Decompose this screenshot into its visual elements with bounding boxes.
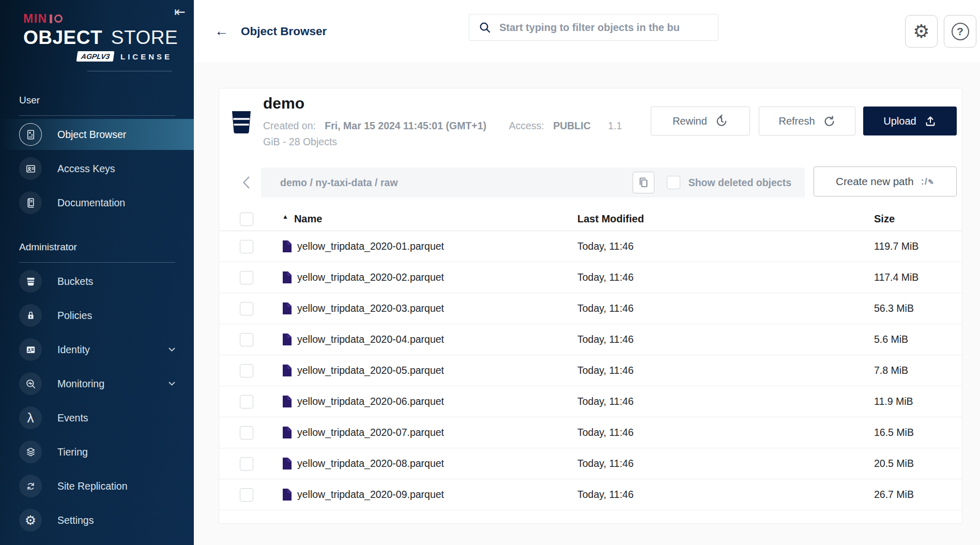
object-size: 11.9 MiB bbox=[874, 396, 962, 407]
create-new-path-button[interactable]: Create new path :/✎ bbox=[814, 166, 957, 196]
page-title: Object Browser bbox=[241, 25, 327, 38]
row-checkbox[interactable] bbox=[240, 488, 253, 502]
identity-icon bbox=[19, 338, 42, 361]
column-header-last-modified[interactable]: Last Modified bbox=[577, 213, 874, 225]
sidebar-item-label: Identity bbox=[57, 344, 90, 356]
sidebar-item-site-replication[interactable]: Site Replication bbox=[0, 471, 194, 502]
copy-path-button[interactable] bbox=[633, 172, 654, 193]
back-arrow-icon[interactable]: ← bbox=[215, 24, 228, 38]
select-all-checkbox[interactable] bbox=[240, 213, 253, 226]
sidebar-item-label: Object Browser bbox=[57, 129, 126, 141]
object-name[interactable]: yellow_tripdata_2020-02.parquet bbox=[297, 271, 444, 283]
row-checkbox[interactable] bbox=[240, 271, 253, 284]
object-size: 117.4 MiB bbox=[874, 271, 962, 283]
table-row[interactable]: yellow_tripdata_2020-04.parquetToday, 11… bbox=[219, 324, 962, 355]
column-header-size[interactable]: Size bbox=[874, 213, 962, 225]
object-name[interactable]: yellow_tripdata_2020-04.parquet bbox=[297, 334, 444, 345]
access-value: PUBLIC bbox=[553, 120, 591, 131]
object-list: yellow_tripdata_2020-01.parquetToday, 11… bbox=[219, 231, 962, 510]
settings-icon: ⚙ bbox=[19, 509, 42, 532]
object-size: 16.5 MiB bbox=[874, 427, 962, 438]
row-checkbox[interactable] bbox=[240, 240, 253, 253]
object-name[interactable]: yellow_tripdata_2020-09.parquet bbox=[297, 489, 444, 501]
sort-asc-icon: ▲ bbox=[282, 213, 288, 220]
row-checkbox[interactable] bbox=[240, 457, 253, 471]
row-checkbox[interactable] bbox=[240, 395, 253, 408]
minio-brand: MIN bbox=[23, 12, 172, 25]
logo-divider bbox=[87, 71, 172, 71]
sidebar-collapse-icon[interactable]: ⇤ bbox=[174, 4, 186, 20]
site-replication-icon bbox=[19, 475, 42, 497]
table-header: ▲ Name Last Modified Size bbox=[219, 207, 962, 231]
filter-objects-input[interactable] bbox=[498, 21, 711, 34]
object-name[interactable]: yellow_tripdata_2020-03.parquet bbox=[297, 302, 444, 314]
column-header-name[interactable]: ▲ Name bbox=[282, 213, 577, 225]
parquet-file-icon bbox=[282, 302, 292, 315]
parquet-file-icon bbox=[282, 240, 292, 253]
row-checkbox[interactable] bbox=[240, 302, 253, 315]
refresh-button[interactable]: Refresh bbox=[759, 107, 855, 135]
object-name[interactable]: yellow_tripdata_2020-07.parquet bbox=[297, 427, 444, 438]
row-checkbox[interactable] bbox=[240, 426, 253, 440]
rewind-button[interactable]: Rewind bbox=[651, 107, 750, 135]
object-last-modified: Today, 11:46 bbox=[577, 427, 874, 438]
section-divider bbox=[19, 115, 175, 116]
sidebar-item-monitoring[interactable]: Monitoring bbox=[0, 368, 194, 399]
object-last-modified: Today, 11:46 bbox=[577, 396, 874, 407]
sidebar-item-label: Policies bbox=[57, 310, 92, 322]
object-name[interactable]: yellow_tripdata_2020-08.parquet bbox=[297, 458, 444, 470]
gear-icon: ⚙ bbox=[913, 22, 929, 41]
chevron-down-icon[interactable] bbox=[169, 347, 175, 352]
brand-i-bar bbox=[50, 14, 52, 23]
table-row[interactable]: yellow_tripdata_2020-03.parquetToday, 11… bbox=[219, 293, 962, 324]
sidebar-item-object-browser[interactable]: Object Browser bbox=[0, 119, 194, 150]
bucket-icon bbox=[232, 111, 251, 136]
rewind-icon bbox=[715, 114, 728, 128]
brand-min-text: MIN bbox=[23, 12, 48, 26]
sidebar-item-label: Events bbox=[57, 412, 88, 424]
sidebar-item-buckets[interactable]: Buckets bbox=[0, 266, 194, 297]
sidebar-item-access-keys[interactable]: Access Keys bbox=[0, 153, 194, 184]
sidebar-item-tiering[interactable]: Tiering bbox=[0, 436, 194, 467]
refresh-icon bbox=[823, 115, 836, 128]
object-name[interactable]: yellow_tripdata_2020-06.parquet bbox=[297, 396, 444, 407]
sidebar-item-documentation[interactable]: Documentation bbox=[0, 187, 194, 218]
object-name[interactable]: yellow_tripdata_2020-05.parquet bbox=[297, 365, 444, 376]
sidebar-item-identity[interactable]: Identity bbox=[0, 334, 194, 365]
table-row[interactable]: yellow_tripdata_2020-01.parquetToday, 11… bbox=[219, 231, 962, 262]
settings-gear-button[interactable]: ⚙ bbox=[905, 15, 938, 48]
show-deleted-label: Show deleted objects bbox=[688, 177, 791, 189]
tiering-icon bbox=[19, 441, 42, 463]
brand-o-ring bbox=[54, 14, 63, 23]
section-divider bbox=[19, 262, 175, 263]
chevron-down-icon[interactable] bbox=[169, 382, 175, 386]
parquet-file-icon bbox=[282, 333, 292, 346]
help-button[interactable]: ? bbox=[944, 15, 976, 48]
row-checkbox[interactable] bbox=[240, 333, 253, 346]
table-row[interactable]: yellow_tripdata_2020-08.parquetToday, 11… bbox=[219, 448, 962, 479]
search-icon bbox=[479, 21, 491, 34]
events-icon: λ bbox=[19, 406, 42, 429]
show-deleted-checkbox[interactable] bbox=[667, 176, 680, 189]
parquet-file-icon bbox=[282, 271, 292, 284]
object-last-modified: Today, 11:46 bbox=[577, 458, 874, 470]
table-row[interactable]: yellow_tripdata_2020-06.parquetToday, 11… bbox=[219, 386, 962, 417]
sidebar-item-label: Settings bbox=[57, 514, 94, 526]
breadcrumb[interactable]: demo / ny-taxi-data / raw bbox=[280, 177, 398, 189]
object-size: 119.7 MiB bbox=[874, 240, 962, 252]
row-checkbox[interactable] bbox=[240, 364, 253, 377]
sidebar-item-settings[interactable]: ⚙Settings bbox=[0, 505, 194, 536]
sidebar-item-events[interactable]: λEvents bbox=[0, 402, 194, 433]
created-label: Created on: bbox=[263, 120, 316, 131]
table-row[interactable]: yellow_tripdata_2020-05.parquetToday, 11… bbox=[219, 355, 962, 386]
upload-button[interactable]: Upload bbox=[863, 107, 957, 135]
upload-icon bbox=[924, 115, 937, 127]
object-last-modified: Today, 11:46 bbox=[577, 489, 874, 501]
bucket-size-value: 1.1 bbox=[608, 120, 622, 131]
table-row[interactable]: yellow_tripdata_2020-02.parquetToday, 11… bbox=[219, 262, 962, 293]
table-row[interactable]: yellow_tripdata_2020-07.parquetToday, 11… bbox=[219, 417, 962, 448]
sidebar-item-policies[interactable]: Policies bbox=[0, 300, 194, 331]
table-row[interactable]: yellow_tripdata_2020-09.parquetToday, 11… bbox=[219, 479, 962, 510]
path-back-chevron[interactable] bbox=[235, 170, 257, 195]
object-name[interactable]: yellow_tripdata_2020-01.parquet bbox=[297, 240, 444, 252]
